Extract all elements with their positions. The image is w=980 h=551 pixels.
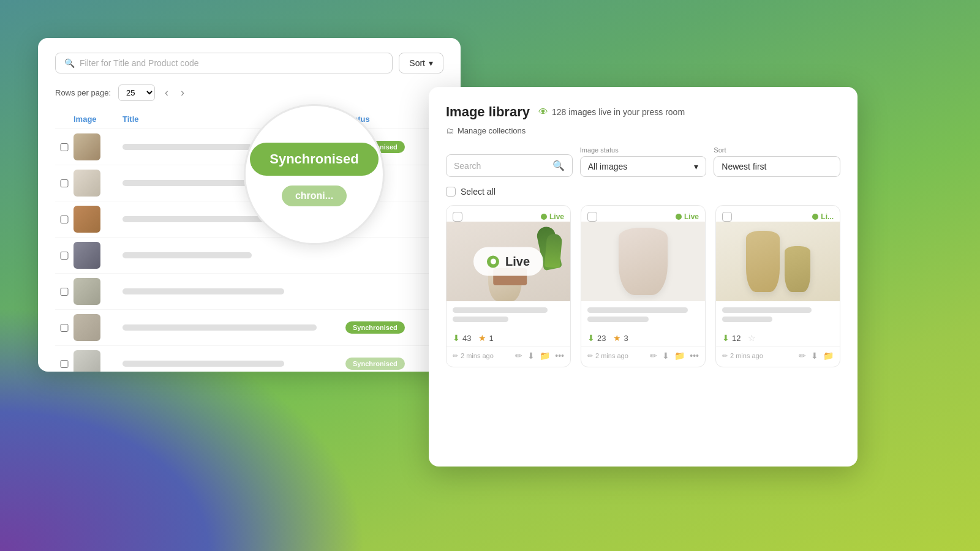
row-checkbox[interactable] <box>55 360 74 368</box>
star-count: 3 <box>624 334 628 343</box>
card-footer: ✏ 2 mins ago ✏ ⬇ 📁 ••• <box>447 347 570 367</box>
sort-chevron-icon: ▾ <box>429 58 433 68</box>
card-stats: ⬇ 43 ★ 1 <box>447 329 570 347</box>
card-time: ✏ 2 mins ago <box>722 352 763 360</box>
edit-icon[interactable]: ✏ <box>650 351 657 361</box>
star-count: 1 <box>489 334 493 343</box>
sort-label: Sort <box>714 146 840 154</box>
table-row: Synchronised <box>55 346 443 372</box>
download-action-icon[interactable]: ⬇ <box>662 351 669 361</box>
card-live-badge: Live <box>676 212 699 221</box>
prev-page-button[interactable]: ‹ <box>162 85 171 100</box>
search-input[interactable]: Search 🔍 <box>446 154 573 177</box>
table-header: Image Title Status <box>55 111 443 129</box>
row-checkbox[interactable] <box>55 216 74 223</box>
manage-collections-link[interactable]: 🗂 Manage collections <box>446 126 840 135</box>
rows-per-page-select[interactable]: 25 50 100 <box>118 84 155 101</box>
status-badge: Synchronised <box>345 321 405 334</box>
search-placeholder: Filter for Title and Product code <box>80 58 199 68</box>
download-stat: ⬇ 43 <box>453 333 471 343</box>
pencil-icon: ✏ <box>587 352 593 360</box>
select-all-label: Select all <box>461 187 496 197</box>
edit-icon[interactable]: ✏ <box>515 351 522 361</box>
card-footer: ✏ 2 mins ago ✏ ⬇ 📁 ••• <box>581 347 705 367</box>
sort-value: Newest first <box>722 162 766 171</box>
time-text: 2 mins ago <box>461 352 494 359</box>
live-dot <box>541 214 547 220</box>
folder-action-icon[interactable]: 📁 <box>540 351 550 361</box>
download-icon: ⬇ <box>722 333 729 343</box>
card-live-badge: Li... <box>812 212 834 221</box>
rows-per-page-bar: Rows per page: 25 50 100 ‹ › <box>55 84 443 101</box>
card-image-area <box>581 222 705 301</box>
more-icon[interactable]: ••• <box>555 351 564 361</box>
row-title-placeholder <box>123 324 317 331</box>
live-label: Li... <box>821 212 834 221</box>
download-action-icon[interactable]: ⬇ <box>811 351 818 361</box>
row-checkbox[interactable] <box>55 288 74 296</box>
card-subtitle-line <box>722 317 772 322</box>
library-title: Image library <box>446 104 530 120</box>
select-all-checkbox[interactable] <box>446 187 456 197</box>
image-status-value: All images <box>588 162 628 171</box>
download-action-icon[interactable]: ⬇ <box>527 351 535 361</box>
library-header: Image library 👁 128 images live in your … <box>446 104 840 120</box>
row-thumbnail <box>74 133 100 160</box>
row-checkbox[interactable] <box>55 143 74 151</box>
time-text: 2 mins ago <box>595 352 628 359</box>
star-icon: ★ <box>613 333 621 343</box>
col-image-header: Image <box>74 114 123 124</box>
live-overlay-text: Live <box>505 255 530 269</box>
row-checkbox[interactable] <box>55 252 74 260</box>
card-checkbox[interactable] <box>722 212 732 222</box>
download-stat: ⬇ 23 <box>587 333 606 343</box>
card-checkbox[interactable] <box>587 212 597 222</box>
search-input-wrap[interactable]: 🔍 Filter for Title and Product code <box>55 53 393 73</box>
sort-button[interactable]: Sort ▾ <box>399 53 443 73</box>
row-thumbnail <box>74 206 100 233</box>
card-checkbox[interactable] <box>453 212 462 222</box>
next-page-button[interactable]: › <box>178 85 187 100</box>
star-stat: ★ 3 <box>613 333 628 343</box>
edit-icon[interactable]: ✏ <box>799 351 806 361</box>
sort-label: Sort <box>409 58 425 68</box>
card-time: ✏ 2 mins ago <box>453 352 494 360</box>
star-icon: ★ <box>478 333 486 343</box>
card-top: Live <box>447 206 570 222</box>
magnifier-badge-medium: chroni... <box>282 186 347 206</box>
row-checkbox[interactable] <box>55 179 74 187</box>
row-checkbox[interactable] <box>55 324 74 332</box>
card-stats: ⬇ 12 ☆ <box>716 329 840 347</box>
card-actions: ✏ ⬇ 📁 <box>799 351 834 361</box>
live-overlay-dot <box>487 255 499 268</box>
manage-collections-label: Manage collections <box>458 126 526 135</box>
image-card: Live Live <box>446 205 571 367</box>
card-time: ✏ 2 mins ago <box>587 352 628 360</box>
download-icon: ⬇ <box>587 333 595 343</box>
magnifier-badge-large: Synchronised <box>250 143 378 176</box>
more-icon[interactable]: ••• <box>690 351 699 361</box>
folder-action-icon[interactable]: 📁 <box>674 351 685 361</box>
select-all-row: Select all <box>446 187 840 197</box>
card-stats: ⬇ 23 ★ 3 <box>581 329 705 347</box>
folder-action-icon[interactable]: 📁 <box>823 351 834 361</box>
chevron-down-icon: ▾ <box>694 162 698 171</box>
status-badge: Synchronised <box>345 358 405 370</box>
folder-icon: 🗂 <box>446 126 454 135</box>
image-library-panel: Image library 👁 128 images live in your … <box>429 87 858 467</box>
sort-select[interactable]: Newest first <box>714 156 840 177</box>
live-dot <box>812 214 818 220</box>
row-thumbnail <box>74 314 100 341</box>
card-actions: ✏ ⬇ 📁 ••• <box>650 351 699 361</box>
card-meta <box>716 301 840 329</box>
image-status-select[interactable]: All images ▾ <box>580 156 707 177</box>
live-label: Live <box>684 212 699 221</box>
table-row <box>55 238 443 274</box>
row-thumbnail <box>74 278 100 305</box>
card-image-area: Live <box>447 222 570 301</box>
image-card: Live ⬇ 23 ★ 3 <box>581 205 706 367</box>
search-bar: 🔍 Filter for Title and Product code Sort… <box>55 53 443 73</box>
row-title-placeholder <box>123 361 284 367</box>
live-overlay-badge: Live <box>473 247 543 276</box>
card-top: Li... <box>716 206 840 222</box>
